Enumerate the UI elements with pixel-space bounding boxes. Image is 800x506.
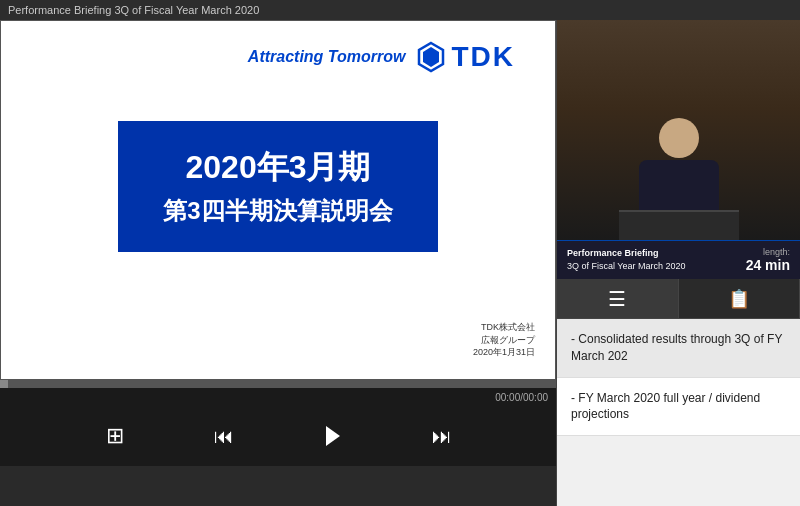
japanese-title-line1: 2020年3月期 — [158, 146, 398, 190]
transcript-icon: 📋 — [728, 288, 750, 310]
main-content: Attracting Tomorrow TDK 2020年3月期 第3四半期決算… — [0, 20, 800, 506]
tdk-logo-icon — [415, 41, 447, 73]
tab-outline[interactable]: ☰ — [557, 279, 679, 318]
play-icon — [326, 426, 340, 446]
content-list[interactable]: - Consolidated results through 3Q of FY … — [557, 319, 800, 506]
content-item-1: - Consolidated results through 3Q of FY … — [557, 319, 800, 378]
right-panel: Performance Briefing 3Q of Fiscal Year M… — [556, 20, 800, 506]
grid-view-button[interactable]: ⊞ — [95, 416, 135, 456]
skip-forward-button[interactable]: ⏭ — [422, 416, 462, 456]
progress-bar[interactable] — [0, 380, 556, 388]
progress-area[interactable] — [0, 380, 556, 388]
presenter-head — [659, 118, 699, 158]
briefing-title-panel: Performance Briefing 3Q of Fiscal Year M… — [567, 247, 686, 272]
briefing-sub-label: 3Q of Fiscal Year March 2020 — [567, 260, 686, 273]
length-value: 24 min — [746, 257, 790, 273]
length-label: length: — [746, 247, 790, 257]
slide-footer-line1: TDK株式会社 — [473, 321, 535, 334]
progress-thumb[interactable] — [0, 380, 8, 388]
slide-presentation: Attracting Tomorrow TDK 2020年3月期 第3四半期決算… — [0, 20, 556, 380]
time-text: 00:00/00:00 — [495, 392, 548, 403]
skip-forward-icon: ⏭ — [432, 425, 452, 448]
slide-inner: Attracting Tomorrow TDK 2020年3月期 第3四半期決算… — [1, 21, 555, 379]
briefing-label: Performance Briefing — [567, 247, 686, 260]
logo-area: Attracting Tomorrow TDK — [248, 41, 515, 73]
attracting-tomorrow-text: Attracting Tomorrow — [248, 48, 406, 66]
presenter-info-bar: Performance Briefing 3Q of Fiscal Year M… — [557, 240, 800, 279]
outline-icon: ☰ — [608, 287, 626, 311]
slide-area: Attracting Tomorrow TDK 2020年3月期 第3四半期決算… — [0, 20, 556, 506]
presenter-video — [557, 20, 800, 240]
title-bar-text: Performance Briefing 3Q of Fiscal Year M… — [8, 4, 259, 16]
skip-back-button[interactable]: ⏮ — [204, 416, 244, 456]
svg-marker-1 — [423, 47, 439, 67]
tab-transcript[interactable]: 📋 — [679, 279, 801, 318]
tdk-logo: TDK — [415, 41, 515, 73]
tdk-logo-text: TDK — [451, 41, 515, 73]
content-item-2: - FY March 2020 full year / dividend pro… — [557, 378, 800, 437]
controls-area: ⊞ ⏮ ⏭ — [0, 406, 556, 466]
slide-footer-line3: 2020年1月31日 — [473, 346, 535, 359]
content-item-2-text: - FY March 2020 full year / dividend pro… — [571, 391, 760, 422]
presenter-simulation — [557, 20, 800, 240]
play-button[interactable] — [313, 416, 353, 456]
tab-bar: ☰ 📋 — [557, 279, 800, 319]
length-info: length: 24 min — [746, 247, 790, 273]
grid-icon: ⊞ — [106, 423, 124, 449]
skip-back-icon: ⏮ — [214, 425, 234, 448]
japanese-title-line2: 第3四半期決算説明会 — [158, 195, 398, 227]
slide-footer-line2: 広報グループ — [473, 334, 535, 347]
title-bar: Performance Briefing 3Q of Fiscal Year M… — [0, 0, 800, 20]
slide-footer: TDK株式会社 広報グループ 2020年1月31日 — [473, 321, 535, 359]
content-item-1-text: - Consolidated results through 3Q of FY … — [571, 332, 782, 363]
slide-blue-box: 2020年3月期 第3四半期決算説明会 — [118, 121, 438, 252]
time-display: 00:00/00:00 — [0, 388, 556, 406]
